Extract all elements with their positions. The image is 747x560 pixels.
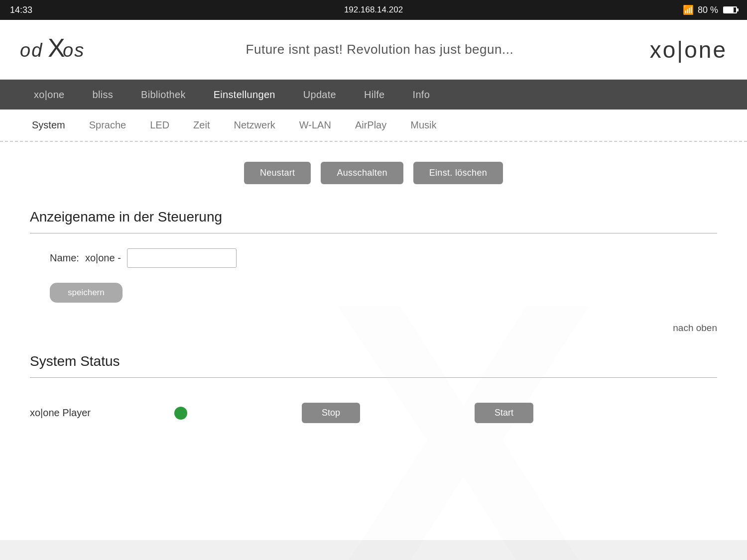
start-button[interactable]: Start (475, 403, 533, 423)
anzeigename-title: Anzeigename in der Steuerung (30, 209, 717, 225)
anzeigename-divider (30, 233, 717, 233)
nav-item-xoone[interactable]: xo|one (20, 80, 79, 110)
nav-item-update[interactable]: Update (289, 80, 350, 110)
status-time: 14:33 (10, 5, 32, 15)
svg-text:od: od (20, 40, 43, 61)
status-row-player: xo|one Player Stop Start (30, 393, 717, 433)
speichern-button[interactable]: speichern (50, 283, 123, 303)
nav-item-einstellungen[interactable]: Einstellungen (200, 80, 289, 110)
system-status-divider (30, 377, 717, 378)
svg-text:os: os (63, 40, 85, 61)
main-nav: xo|one bliss Bibliothek Einstellungen Up… (0, 80, 747, 110)
name-label: Name: (50, 252, 79, 264)
player-label: xo|one Player (30, 407, 129, 419)
content-area: X Neustart Ausschalten Einst. löschen An… (0, 142, 747, 540)
name-row: Name: xo|one - (30, 248, 717, 268)
anzeigename-section: Anzeigename in der Steuerung Name: xo|on… (30, 209, 717, 303)
battery-text: 80 % (698, 5, 718, 15)
einst-loeschen-button[interactable]: Einst. löschen (413, 162, 503, 184)
sub-nav-musik[interactable]: Musik (398, 109, 448, 141)
sub-nav-wlan[interactable]: W-LAN (287, 109, 343, 141)
nav-item-bliss[interactable]: bliss (79, 80, 127, 110)
sub-nav-system[interactable]: System (20, 109, 77, 141)
xoone-logo: xo|one (650, 36, 727, 63)
name-input[interactable] (127, 248, 237, 268)
status-ip: 192.168.14.202 (344, 5, 403, 15)
system-status-title: System Status (30, 353, 717, 369)
header: od X os Future isnt past! Revolution has… (0, 20, 747, 80)
sub-nav-led[interactable]: LED (138, 109, 181, 141)
status-bar: 14:33 192.168.14.202 📶 80 % (0, 0, 747, 20)
player-status-indicator (174, 407, 187, 420)
odxos-logo-svg: od X os (20, 36, 110, 63)
nav-item-hilfe[interactable]: Hilfe (350, 80, 399, 110)
sub-nav-airplay[interactable]: AirPlay (343, 109, 398, 141)
status-right: 📶 80 % (683, 4, 737, 15)
sub-nav-sprache[interactable]: Sprache (77, 109, 138, 141)
name-prefix: xo|one - (85, 252, 121, 264)
sub-nav-netzwerk[interactable]: Netzwerk (222, 109, 287, 141)
header-tagline: Future isnt past! Revolution has just be… (246, 42, 514, 57)
bg-decoration: X (314, 142, 613, 560)
nav-item-bibliothek[interactable]: Bibliothek (127, 80, 200, 110)
wifi-icon: 📶 (683, 4, 694, 15)
sub-nav-zeit[interactable]: Zeit (181, 109, 222, 141)
stop-button[interactable]: Stop (302, 403, 360, 423)
sub-nav: System Sprache LED Zeit Netzwerk W-LAN A… (0, 110, 747, 142)
nav-item-info[interactable]: Info (399, 80, 444, 110)
battery-icon (723, 6, 737, 13)
system-status-section: System Status xo|one Player Stop Start (30, 353, 717, 433)
odxos-logo: od X os (20, 36, 110, 63)
neustart-button[interactable]: Neustart (244, 162, 311, 184)
nach-oben[interactable]: nach oben (30, 323, 717, 334)
ausschalten-button[interactable]: Ausschalten (321, 162, 403, 184)
action-buttons-group: Neustart Ausschalten Einst. löschen (30, 162, 717, 184)
